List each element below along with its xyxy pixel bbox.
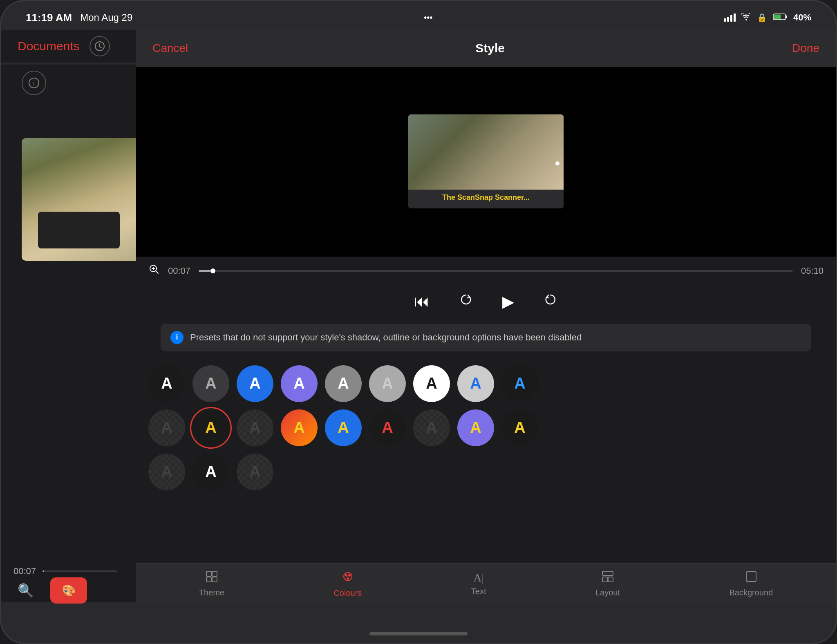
preset-2-8[interactable]: A <box>457 409 494 446</box>
preset-1-1[interactable]: A <box>148 365 185 402</box>
info-banner: i Presets that do not support your style… <box>161 324 811 351</box>
tab-colours[interactable]: Colours <box>333 570 362 598</box>
left-timeline-progress <box>43 570 44 572</box>
svg-rect-7 <box>206 571 211 576</box>
preset-1-6[interactable]: A <box>369 365 406 402</box>
layout-icon <box>602 570 614 586</box>
tab-text[interactable]: A| Text <box>471 571 486 596</box>
info-banner-icon: i <box>170 331 184 344</box>
preset-2-2[interactable]: A <box>192 409 229 446</box>
theme-icon <box>206 570 218 586</box>
video-caption: The ScanSnap Scanner... <box>408 193 564 202</box>
background-icon <box>745 570 757 586</box>
preset-1-8[interactable]: A <box>457 365 494 402</box>
preset-2-4[interactable]: A <box>281 409 318 446</box>
svg-rect-17 <box>608 577 613 582</box>
battery-icon <box>773 12 788 23</box>
preset-2-3[interactable]: A <box>237 409 273 446</box>
preset-row-3: A A A <box>148 454 824 490</box>
signal-bars <box>724 13 736 22</box>
svg-rect-10 <box>212 577 217 582</box>
playback-controls: ⏮ ▶ <box>136 285 836 318</box>
svg-rect-8 <box>212 571 217 576</box>
play-button[interactable]: ▶ <box>502 293 514 311</box>
preset-3-3[interactable]: A <box>237 454 273 490</box>
skip-back-button[interactable]: ⏮ <box>414 293 430 310</box>
preset-row-1: A A A A A A A A A <box>148 365 824 402</box>
cancel-button[interactable]: Cancel <box>152 42 188 55</box>
svg-rect-2 <box>774 15 781 19</box>
status-bar: 11:19 AM Mon Aug 29 ••• 🔒 <box>26 9 811 27</box>
tab-theme[interactable]: Theme <box>199 570 224 597</box>
svg-rect-15 <box>602 571 613 575</box>
recents-icon[interactable] <box>90 36 110 56</box>
lock-icon: 🔒 <box>757 13 767 22</box>
timeline-strip: 00:07 05:10 <box>136 257 836 285</box>
status-time: 11:19 AM <box>26 11 72 24</box>
left-time-label: 00:07 <box>13 566 36 577</box>
presets-area: A A A A A A A A A A A A A A A A A A <box>136 357 836 564</box>
bottom-tab-bar: Theme Colours A| Text <box>136 563 836 604</box>
documents-button[interactable]: Documents <box>18 39 80 53</box>
preset-1-4[interactable]: A <box>281 365 318 402</box>
preset-2-7[interactable]: A <box>413 409 450 446</box>
tab-background-label: Background <box>729 588 773 597</box>
text-icon: A| <box>473 571 484 584</box>
tab-layout[interactable]: Layout <box>595 570 620 597</box>
preset-3-2[interactable]: A <box>192 454 229 490</box>
time-start: 00:07 <box>168 266 190 276</box>
info-banner-text: Presets that do not support your style's… <box>190 332 582 343</box>
preset-2-6[interactable]: A <box>369 409 406 446</box>
wifi-icon <box>741 13 751 22</box>
style-modal: Cancel Style Done The ScanSnap Scanner..… <box>136 30 836 604</box>
zoom-icon[interactable] <box>148 264 160 278</box>
modal-header: Cancel Style Done <box>136 30 836 67</box>
left-zoom-icon[interactable]: 🔍 <box>18 583 34 598</box>
left-bottom-controls: 🔍 🎨 <box>18 577 87 604</box>
time-end: 05:10 <box>801 266 824 276</box>
info-banner-wrapper: i Presets that do not support your style… <box>136 318 836 357</box>
preset-1-7[interactable]: A <box>413 365 450 402</box>
status-date: Mon Aug 29 <box>80 12 132 23</box>
scanner-device <box>38 212 120 248</box>
tab-background[interactable]: Background <box>729 570 773 597</box>
timeline-progress <box>199 270 210 272</box>
preset-1-9[interactable]: A <box>501 365 538 402</box>
left-timeline-bar[interactable] <box>43 570 117 572</box>
svg-point-14 <box>347 577 349 580</box>
svg-rect-9 <box>206 577 211 582</box>
svg-rect-1 <box>786 16 787 18</box>
tab-layout-label: Layout <box>595 588 620 597</box>
preset-2-1[interactable]: A <box>148 409 185 446</box>
svg-rect-18 <box>746 572 756 581</box>
info-button[interactable]: i <box>22 71 46 95</box>
forward-button[interactable] <box>543 292 558 311</box>
svg-rect-16 <box>602 577 607 582</box>
video-thumbnail: The ScanSnap Scanner... <box>408 114 564 208</box>
preset-2-9[interactable]: A <box>501 409 538 446</box>
preset-1-2[interactable]: A <box>192 365 229 402</box>
svg-point-12 <box>345 574 347 577</box>
video-preview-area: The ScanSnap Scanner... <box>136 67 836 257</box>
status-center-dots: ••• <box>424 13 432 22</box>
preset-2-5[interactable]: A <box>325 409 362 446</box>
preset-1-3[interactable]: A <box>237 365 273 402</box>
preset-row-2: A A A A A A A A A <box>148 409 824 446</box>
status-left: 11:19 AM Mon Aug 29 <box>26 11 132 24</box>
svg-point-13 <box>348 574 351 577</box>
tab-colours-label: Colours <box>333 588 362 598</box>
preset-3-1[interactable]: A <box>148 454 185 490</box>
modal-title: Style <box>475 41 505 55</box>
preset-1-5[interactable]: A <box>325 365 362 402</box>
video-image <box>408 114 564 190</box>
replay-button[interactable] <box>458 292 474 311</box>
svg-text:i: i <box>33 80 35 87</box>
home-indicator <box>369 632 468 635</box>
tab-theme-label: Theme <box>199 588 224 597</box>
done-button[interactable]: Done <box>792 42 819 55</box>
colours-icon <box>341 570 354 586</box>
battery-percent: 40% <box>793 12 811 23</box>
status-right: 🔒 40% <box>724 12 811 23</box>
left-style-thumb[interactable]: 🎨 <box>50 577 87 604</box>
timeline-bar[interactable] <box>199 270 793 272</box>
